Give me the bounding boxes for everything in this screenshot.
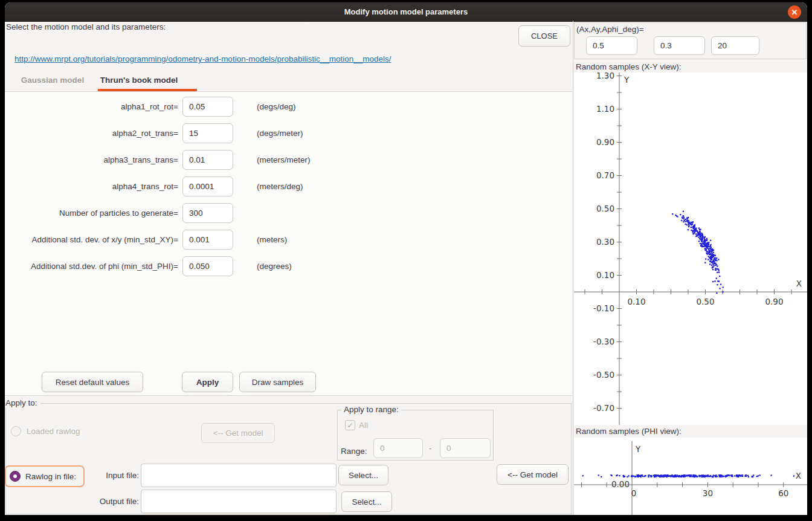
get-model-bottom-button[interactable]: <-- Get model xyxy=(497,464,569,485)
input-file-field[interactable] xyxy=(141,464,337,487)
svg-text:0.90: 0.90 xyxy=(765,297,783,306)
close-button[interactable]: CLOSE xyxy=(518,25,570,47)
all-checkbox-label: All xyxy=(359,420,368,430)
window-close-icon[interactable]: ✕ xyxy=(788,5,801,19)
svg-text:0.10: 0.10 xyxy=(627,297,645,306)
min_std_phi-unit: (degrees) xyxy=(257,256,292,276)
select-input-file-button[interactable]: Select... xyxy=(338,465,388,485)
apply-to-range-legend: Apply to range: xyxy=(341,405,401,414)
all-checkbox[interactable]: ✓ xyxy=(345,420,355,430)
param-row-alpha3_trans_trans: alpha3_trans_trans=(meters/meter) xyxy=(5,150,572,170)
svg-text:0.90: 0.90 xyxy=(596,137,614,147)
param-row-min_std_phi: Additional std.dev. of phi (min_std_PHI)… xyxy=(5,256,572,276)
tab-thruns-book-model[interactable]: Thrun's book model xyxy=(100,70,178,89)
param-row-alpha2_rot_trans: alpha2_rot_trans=(degs/meter) xyxy=(5,123,572,143)
tutorial-link[interactable]: http://www.mrpt.org/tutorials/programmin… xyxy=(14,54,392,63)
dialog-window: Modify motion model parameters ✕ Select … xyxy=(5,2,807,515)
svg-text:-0.50: -0.50 xyxy=(593,370,614,380)
pose-increment-label: (Ax,Ay,Aphi_deg)= xyxy=(576,25,644,34)
xy-view-title: Random samples (X-Y view): xyxy=(576,62,682,71)
svg-text:0.50: 0.50 xyxy=(596,204,614,213)
svg-text:0: 0 xyxy=(631,488,637,498)
svg-text:0.30: 0.30 xyxy=(596,237,614,247)
range-from-input[interactable] xyxy=(373,438,423,458)
reset-defaults-button[interactable]: Reset default values xyxy=(42,372,143,392)
param-row-min_std_xy: Additional std. dev. of x/y (min_std_XY)… xyxy=(5,230,572,250)
svg-text:0.50: 0.50 xyxy=(696,297,714,306)
alpha1_rot_rot-label: alpha1_rot_rot= xyxy=(5,97,178,117)
output-file-field[interactable] xyxy=(141,490,337,513)
num_particles-label: Number of particles to generate= xyxy=(5,203,178,223)
get-model-top-button[interactable]: <-- Get model xyxy=(201,423,275,443)
select-output-file-button[interactable]: Select... xyxy=(341,491,392,512)
range-dash: - xyxy=(429,438,432,458)
alpha1_rot_rot-unit: (degs/deg) xyxy=(257,97,296,117)
apply-to-legend: Apply to: xyxy=(5,398,40,407)
draw-samples-button[interactable]: Draw samples xyxy=(239,372,316,392)
alpha3_trans_trans-input[interactable] xyxy=(182,150,233,170)
min_std_phi-input[interactable] xyxy=(182,256,233,276)
alpha3_trans_trans-label: alpha3_trans_trans= xyxy=(5,150,178,170)
svg-text:X: X xyxy=(796,279,802,288)
xy-chart: 0.100.500.901.301.100.900.700.500.300.10… xyxy=(574,73,807,425)
svg-text:Y: Y xyxy=(624,75,630,85)
svg-text:0.10: 0.10 xyxy=(596,270,614,280)
svg-text:30: 30 xyxy=(703,488,713,498)
min_std_xy-unit: (meters) xyxy=(257,230,287,250)
alpha1_rot_rot-input[interactable] xyxy=(182,97,233,117)
svg-text:1.30: 1.30 xyxy=(596,73,614,80)
svg-text:Y: Y xyxy=(635,444,641,454)
range-to-input[interactable] xyxy=(440,438,491,458)
svg-text:0.70: 0.70 xyxy=(596,170,614,180)
aphi-input[interactable] xyxy=(711,36,759,55)
tab-bar: Gaussian model Thrun's book model xyxy=(5,70,572,91)
min_std_xy-label: Additional std. dev. of x/y (min_std_XY)… xyxy=(5,230,178,250)
loaded-rawlog-label: Loaded rawlog xyxy=(27,426,80,436)
min_std_phi-label: Additional std.dev. of phi (min_std_PHI)… xyxy=(5,256,178,276)
svg-text:60: 60 xyxy=(778,488,788,498)
output-file-label: Output file: xyxy=(5,490,139,513)
panel-separator xyxy=(573,21,573,515)
num_particles-input[interactable] xyxy=(182,203,233,223)
ay-input[interactable] xyxy=(654,36,705,55)
window-title: Modify motion model parameters xyxy=(344,7,468,16)
range-label: Range: xyxy=(341,441,367,461)
alpha4_trans_rot-input[interactable] xyxy=(182,176,233,196)
svg-text:X: X xyxy=(796,471,801,481)
alpha2_rot_trans-input[interactable] xyxy=(182,123,233,143)
screen: Modify motion model parameters ✕ Select … xyxy=(0,0,812,521)
svg-text:1.10: 1.10 xyxy=(596,104,614,114)
thrun-model-form: alpha1_rot_rot=(degs/deg)alpha2_rot_tran… xyxy=(5,91,572,396)
param-row-num_particles: Number of particles to generate= xyxy=(5,203,572,223)
alpha4_trans_rot-label: alpha4_trans_rot= xyxy=(5,176,178,196)
min_std_xy-input[interactable] xyxy=(182,230,233,250)
alpha3_trans_trans-unit: (meters/meter) xyxy=(257,150,311,170)
ax-input[interactable] xyxy=(586,36,637,55)
param-row-alpha1_rot_rot: alpha1_rot_rot=(degs/deg) xyxy=(5,97,572,117)
titlebar[interactable]: Modify motion model parameters ✕ xyxy=(5,2,807,22)
svg-text:-0.30: -0.30 xyxy=(593,337,614,346)
param-row-alpha4_trans_rot: alpha4_trans_rot=(meters/deg) xyxy=(5,176,572,196)
input-file-label: Input file: xyxy=(5,464,139,487)
alpha2_rot_trans-unit: (degs/meter) xyxy=(257,123,303,143)
alpha4_trans_rot-unit: (meters/deg) xyxy=(257,176,303,196)
phi-chart: 030600.00YX xyxy=(574,438,807,515)
loaded-rawlog-radio[interactable] xyxy=(11,426,21,436)
svg-text:-0.10: -0.10 xyxy=(593,303,614,313)
svg-text:-0.70: -0.70 xyxy=(593,403,614,413)
alpha2_rot_trans-label: alpha2_rot_trans= xyxy=(5,123,178,143)
instruction-label: Select the motion model and its paramete… xyxy=(6,22,166,31)
svg-text:0.00: 0.00 xyxy=(611,479,630,489)
tab-gaussian-model[interactable]: Gaussian model xyxy=(13,70,92,89)
apply-button[interactable]: Apply xyxy=(182,372,233,392)
phi-view-title: Random samples (PHI view): xyxy=(576,427,682,436)
